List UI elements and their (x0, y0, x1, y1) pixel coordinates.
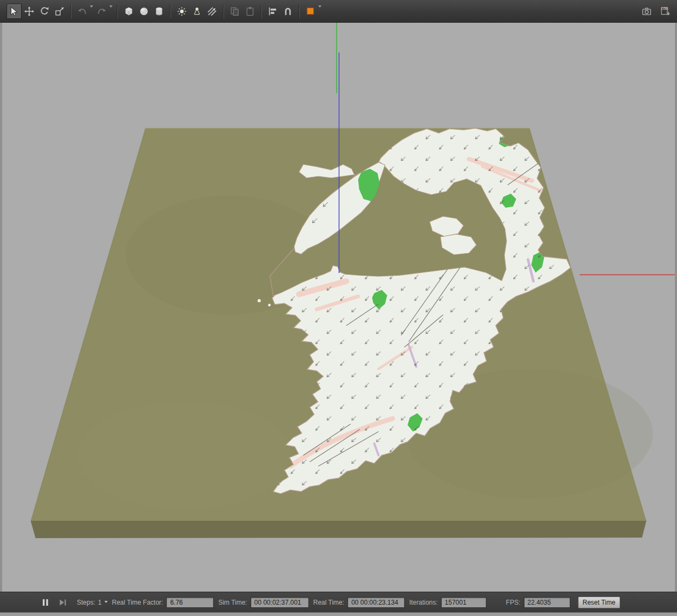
reset-time-button[interactable]: Reset Time (578, 597, 621, 608)
move-cross-icon (24, 6, 34, 16)
step-button[interactable] (56, 596, 69, 609)
insert-sphere-button[interactable] (136, 4, 152, 19)
orange-box-icon (306, 6, 316, 16)
steps-dropdown[interactable] (104, 601, 108, 603)
offshore-islet (258, 299, 261, 302)
toolbar-separator (70, 4, 71, 18)
steps-group: Steps: 1 (77, 599, 108, 606)
toolbar-separator (299, 4, 300, 18)
main-toolbar: LOG (0, 0, 677, 23)
undo-arrow-icon (77, 6, 87, 16)
viewport-3d[interactable] (0, 23, 677, 592)
scale-tool-button[interactable] (52, 4, 67, 19)
iterations-label: Iterations: (409, 599, 438, 606)
insert-cylinder-button[interactable] (152, 4, 167, 19)
copy-icon (230, 6, 240, 16)
fps-field: FPS: 22.4035 (506, 597, 570, 608)
translate-tool-button[interactable] (22, 4, 37, 19)
real-time-label: Real Time: (313, 599, 344, 606)
window-bottom-frame (0, 612, 677, 616)
toolbar-separator (170, 4, 171, 18)
insert-joint-dropdown[interactable] (318, 5, 321, 8)
toolbar-separator (261, 4, 262, 18)
data-logger-button[interactable]: LOG (658, 4, 673, 19)
insert-joint-button[interactable] (303, 4, 318, 19)
redo-button[interactable] (94, 4, 109, 19)
fps-value[interactable]: 22.4035 (524, 597, 570, 608)
screenshot-button[interactable] (639, 4, 654, 19)
scale-box-icon (55, 6, 64, 16)
pause-button[interactable] (39, 596, 52, 609)
cube-icon (124, 6, 134, 16)
real-time-factor-label: Real Time Factor: (112, 599, 163, 606)
redo-history-dropdown[interactable] (109, 5, 113, 8)
select-tool-button[interactable] (6, 4, 22, 19)
camera-icon (642, 6, 652, 16)
copy-button[interactable] (227, 4, 242, 19)
toolbar-separator (223, 4, 224, 18)
iterations-field: Iterations: 157001 (409, 597, 487, 608)
real-time-value[interactable]: 00 00:00:23.134 (347, 597, 405, 608)
log-label: LOG (661, 7, 668, 10)
toolbar-separator (117, 4, 118, 18)
snap-button[interactable] (280, 4, 295, 19)
directional-light-button[interactable] (205, 4, 220, 19)
toolbar-right-group: LOG (639, 4, 673, 19)
sphere-icon (139, 6, 149, 16)
align-icon (268, 6, 278, 16)
real-time-factor-field: Real Time Factor: 6.76 (112, 597, 214, 608)
undo-history-dropdown[interactable] (90, 5, 93, 8)
paste-button[interactable] (242, 4, 258, 19)
undo-button[interactable] (75, 4, 90, 19)
steps-value: 1 (98, 599, 102, 606)
align-button[interactable] (265, 4, 280, 19)
rotate-circle-icon (40, 6, 49, 16)
gazebo-window: LOG (0, 0, 677, 616)
step-forward-icon (59, 599, 67, 606)
offshore-islet (268, 304, 271, 307)
rotate-tool-button[interactable] (37, 4, 52, 19)
scene-canvas (2, 23, 675, 592)
spotlight-icon (192, 6, 202, 16)
diagonal-rays-icon (207, 6, 217, 16)
spot-light-button[interactable] (189, 4, 205, 19)
cylinder-icon (154, 6, 164, 16)
magnet-icon (283, 6, 293, 16)
iterations-value[interactable]: 157001 (441, 597, 487, 608)
sim-time-field: Sim Time: 00 00:02:37.001 (218, 597, 308, 608)
real-time-factor-value[interactable]: 6.76 (166, 597, 214, 608)
redo-arrow-icon (97, 6, 107, 16)
fps-label: FPS: (506, 599, 521, 606)
real-time-field: Real Time: 00 00:00:23.134 (313, 597, 405, 608)
steps-label: Steps: (77, 599, 95, 606)
simulation-statusbar: Steps: 1 Real Time Factor: 6.76 Sim Time… (0, 592, 677, 612)
sim-time-value[interactable]: 00 00:02:37.001 (251, 597, 309, 608)
insert-box-button[interactable] (121, 4, 136, 19)
pause-icon (42, 599, 49, 606)
point-light-button[interactable] (174, 4, 189, 19)
sim-time-label: Sim Time: (218, 599, 247, 606)
sun-icon (177, 6, 187, 16)
cursor-arrow-icon (9, 6, 19, 16)
paste-icon (245, 6, 255, 16)
